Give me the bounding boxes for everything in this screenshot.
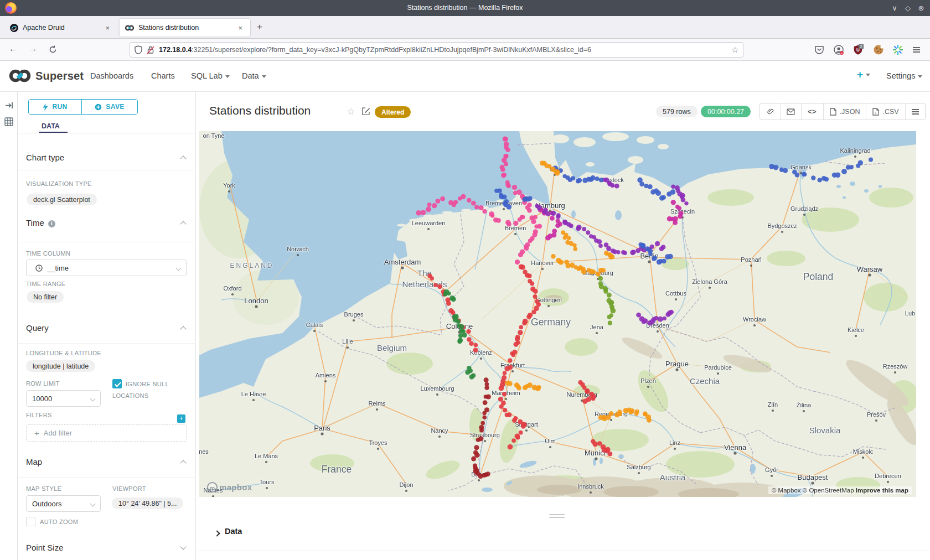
export-json-button[interactable]: .JSON — [824, 103, 867, 120]
collapse-panel-icon[interactable] — [5, 101, 13, 110]
viewport-value[interactable]: 10° 24' 49.86" | 5... — [112, 497, 183, 509]
new-tab-button[interactable]: + — [257, 22, 262, 33]
add-filter-box[interactable]: +Add filter — [26, 424, 187, 442]
chevron-up-icon[interactable] — [180, 155, 186, 162]
back-button[interactable]: ← — [9, 44, 17, 53]
dataset-grid-icon[interactable] — [4, 117, 13, 126]
nav-charts[interactable]: Charts — [151, 71, 175, 80]
chart-actions-group: <> .JSON x .CSV — [760, 103, 926, 120]
tab-stations-distribution[interactable]: Stations distribution × — [120, 19, 250, 37]
url-text[interactable]: 172.18.0.4:32251/superset/explore/?form_… — [159, 46, 731, 54]
deckgl-map[interactable]: on TyneYorkNorwichENGLANDOxfordLondonLee… — [199, 131, 916, 497]
viz-type-label: VISUALIZATION TYPE — [26, 180, 92, 187]
extension-sparkle-icon[interactable] — [892, 44, 903, 55]
section-query[interactable]: Query — [26, 323, 49, 333]
shield-badge: 2 — [860, 44, 862, 49]
tab-data[interactable]: DATA — [42, 122, 60, 130]
forward-button[interactable]: → — [29, 44, 37, 53]
email-button[interactable] — [781, 103, 802, 120]
tab-close-icon[interactable]: × — [103, 24, 112, 32]
time-column-select[interactable]: __time — [26, 260, 187, 276]
lightning-icon — [43, 103, 48, 111]
ignore-null-label-2: LOCATIONS — [112, 392, 148, 399]
chevron-down-icon — [262, 75, 266, 78]
pocket-icon[interactable] — [814, 44, 825, 55]
menu-hamburger-icon[interactable] — [913, 46, 924, 57]
map-style-select[interactable]: Outdoors — [26, 495, 101, 512]
superset-favicon — [125, 25, 134, 31]
bookmark-star-icon[interactable]: ☆ — [731, 45, 738, 54]
section-map[interactable]: Map — [26, 457, 42, 466]
map-attribution[interactable]: © Mapbox © OpenStreetMap Improve this ma… — [768, 486, 912, 494]
section-time[interactable]: Timei — [26, 218, 55, 227]
row-count-badge: 579 rows — [656, 106, 698, 117]
cookie-icon[interactable] — [873, 44, 884, 55]
filters-label: FILTERS — [26, 412, 52, 418]
mail-icon — [787, 108, 795, 115]
svg-text:×: × — [841, 51, 843, 55]
map-style-label: MAP STYLE — [26, 485, 61, 492]
query-timer-badge: 00:00:00.27 — [701, 106, 751, 117]
link-icon — [766, 108, 774, 116]
run-button[interactable]: RUN — [29, 100, 82, 114]
shield-permissions-icon[interactable] — [135, 45, 142, 54]
main-content: Stations distribution ☆ Altered 579 rows… — [196, 92, 930, 560]
tab-close-icon[interactable]: × — [236, 24, 245, 32]
chevron-up-icon[interactable] — [180, 221, 186, 227]
time-range-value[interactable]: No filter — [27, 291, 64, 303]
time-range-label: TIME RANGE — [26, 281, 65, 287]
chevron-down-icon[interactable] — [180, 543, 186, 549]
section-point-size[interactable]: Point Size — [26, 543, 64, 552]
ublock-shield-icon[interactable]: U2 — [852, 44, 864, 55]
add-new-button[interactable]: + — [857, 69, 870, 81]
nav-sql-lab[interactable]: SQL Lab — [191, 71, 230, 80]
plus-icon: + — [34, 428, 39, 438]
account-icon[interactable]: × — [833, 44, 844, 55]
embed-code-button[interactable]: <> — [802, 103, 824, 120]
section-chart-type[interactable]: Chart type — [26, 153, 64, 162]
window-minimize-icon[interactable]: ∨ — [888, 0, 901, 16]
edit-properties-icon[interactable] — [362, 107, 370, 115]
ignore-null-checkbox[interactable] — [112, 379, 122, 388]
chart-title: Stations distribution — [209, 104, 311, 117]
nav-data[interactable]: Data — [242, 71, 266, 80]
favorite-star-icon[interactable]: ☆ — [347, 106, 355, 117]
clock-icon — [35, 265, 43, 272]
row-limit-select[interactable]: 10000 — [26, 390, 101, 407]
nav-dashboards[interactable]: Dashboards — [90, 71, 133, 80]
reload-button[interactable] — [49, 45, 57, 54]
plus-circle-icon — [95, 103, 102, 111]
add-filter-plus-button[interactable]: + — [177, 414, 185, 423]
export-csv-button[interactable]: x .CSV — [866, 103, 905, 120]
row-limit-label: ROW LIMIT — [26, 380, 60, 387]
insecure-lock-icon[interactable] — [147, 45, 154, 54]
window-close-icon[interactable]: ⊗ — [914, 0, 928, 16]
panel-resize-grip[interactable] — [549, 512, 565, 520]
altered-badge[interactable]: Altered — [375, 106, 411, 118]
improve-map-link[interactable]: Improve this map — [856, 487, 908, 494]
chevron-up-icon[interactable] — [180, 326, 186, 332]
chevron-up-icon[interactable] — [180, 460, 186, 466]
share-link-button[interactable] — [760, 103, 781, 120]
data-panel-header[interactable]: Data — [196, 522, 930, 551]
url-bar[interactable]: 172.18.0.4:32251/superset/explore/?form_… — [130, 42, 743, 58]
druid-favicon — [10, 24, 18, 32]
data-panel-label: Data — [225, 527, 242, 536]
tab-apache-druid[interactable]: Apache Druid × — [4, 19, 117, 37]
tab-strip: Apache Druid × Stations distribution × + — [0, 16, 930, 39]
window-maximize-icon[interactable]: ◇ — [901, 0, 914, 16]
file-icon — [830, 108, 836, 116]
lonlat-value[interactable]: longitude | latitude — [26, 360, 95, 372]
chart-menu-button[interactable] — [906, 103, 925, 120]
chevron-down-icon — [90, 501, 96, 506]
auto-zoom-checkbox[interactable] — [26, 517, 35, 526]
window-title: Stations distribution — Mozilla Firefox — [0, 0, 930, 16]
superset-logo[interactable]: Superset — [9, 68, 84, 84]
viz-type-value[interactable]: deck.gl Scatterplot — [27, 194, 97, 205]
settings-menu[interactable]: Settings — [886, 71, 922, 80]
info-icon: i — [48, 220, 55, 227]
chevron-right-icon — [214, 530, 220, 536]
lonlat-label: LONGITUDE & LATITUDE — [26, 350, 101, 356]
save-button[interactable]: SAVE — [82, 100, 137, 114]
mapbox-logo[interactable]: mmapbox — [207, 482, 252, 492]
